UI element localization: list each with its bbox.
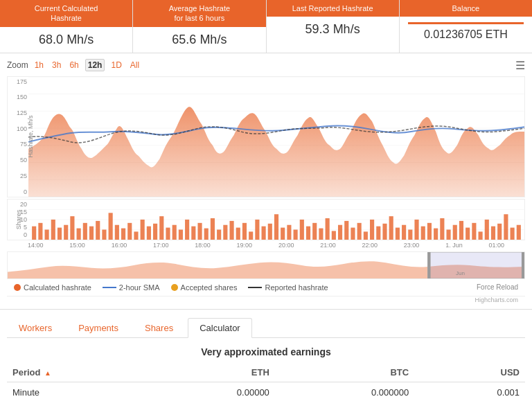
tab-shares[interactable]: Shares [133,318,185,338]
zoom-1d[interactable]: 1D [109,60,123,71]
svg-rect-83 [479,231,483,240]
svg-rect-74 [421,226,425,239]
svg-rect-71 [402,224,406,239]
svg-rect-16 [51,220,55,240]
svg-rect-57 [312,222,317,239]
reported-hashrate-line [248,287,262,288]
stat-value-0: 68.0 Mh/s [8,33,124,47]
svg-rect-78 [446,229,450,240]
svg-rect-76 [434,228,438,239]
zoom-3h[interactable]: 3h [50,60,63,71]
shares-bars [28,200,524,240]
legend-reported-hashrate: Reported hashrate [248,283,328,292]
svg-rect-72 [408,229,412,240]
svg-rect-40 [204,228,209,239]
svg-rect-67 [376,226,380,239]
svg-rect-41 [211,218,215,240]
svg-rect-59 [326,218,330,240]
stats-bar: Current CalculatedHashrate 68.0 Mh/sAver… [0,0,532,53]
svg-rect-20 [77,228,81,239]
svg-rect-36 [179,229,183,240]
force-reload-link[interactable]: Force Reload [477,283,518,291]
chart-controls: Zoom 1h 3h 6h 12h 1D All ☰ [7,59,525,72]
highcharts-credit: Highcharts.com [7,296,525,303]
svg-rect-24 [102,229,106,240]
earnings-table: Period ▲ ETH BTC USD Minute 0.00000 0.00… [7,363,525,399]
tab-payments[interactable]: Payments [66,318,130,338]
svg-rect-22 [89,226,94,239]
svg-rect-25 [109,213,113,240]
svg-rect-34 [166,227,170,239]
svg-rect-89 [517,224,521,239]
svg-rect-58 [319,228,323,239]
shares-chart-wrapper: 20 15 10 5 0 Shares [7,199,525,240]
chart-y-labels: 175 150 125 100 75 50 25 0 [8,77,28,197]
cell-period: Minute [7,382,150,399]
legend-accepted-shares: Accepted shares [171,283,238,292]
svg-rect-60 [332,231,336,240]
stat-value-2: 59.3 Mh/s [275,22,391,37]
svg-rect-31 [147,226,151,239]
tabs: Workers Payments Shares Calculator [7,318,525,338]
svg-rect-29 [134,231,138,240]
sma-line [103,287,116,288]
svg-rect-52 [281,227,285,239]
svg-rect-54 [294,229,298,240]
svg-rect-86 [497,223,502,239]
col-usd: USD [414,363,525,382]
svg-rect-15 [45,229,49,240]
svg-rect-81 [466,227,470,239]
svg-rect-44 [229,221,233,240]
svg-rect-13 [32,226,36,239]
tab-calculator[interactable]: Calculator [188,318,252,338]
svg-rect-56 [306,226,310,239]
tabs-section: Workers Payments Shares Calculator [0,310,532,338]
svg-rect-39 [197,222,202,239]
stat-title-3: Balance [400,0,532,17]
svg-rect-19 [70,216,74,240]
calculated-hashrate-dot [14,284,21,291]
zoom-all[interactable]: All [128,60,141,71]
zoom-6h[interactable]: 6h [67,60,80,71]
table-row: Minute 0.00000 0.000000 0.001 [7,382,525,399]
svg-rect-88 [511,227,515,239]
svg-rect-55 [300,220,304,240]
main-chart-wrapper: 175 150 125 100 75 50 25 0 [7,76,525,197]
col-period: Period ▲ [7,363,150,382]
svg-rect-87 [504,214,508,240]
svg-rect-68 [382,223,387,239]
svg-rect-91 [428,252,431,278]
svg-rect-66 [370,220,374,240]
svg-rect-50 [268,223,272,239]
svg-rect-46 [242,222,247,239]
svg-rect-28 [127,222,132,239]
hamburger-icon[interactable]: ☰ [515,59,525,72]
svg-rect-70 [396,227,400,239]
svg-rect-92 [522,252,524,278]
svg-rect-49 [262,226,266,239]
svg-rect-80 [459,221,463,240]
cell-eth: 0.00000 [150,382,275,399]
sort-icon[interactable]: ▲ [44,369,51,377]
tab-workers[interactable]: Workers [7,318,64,338]
col-eth: ETH [150,363,275,382]
stat-card-3: Balance 0.01236705 ETH [400,0,532,53]
svg-rect-17 [57,227,62,239]
zoom-12h[interactable]: 12h [85,59,105,71]
svg-rect-90 [428,252,524,278]
mini-navigator[interactable]: Jun [7,251,525,279]
svg-rect-82 [472,222,476,239]
svg-rect-77 [440,218,444,240]
svg-rect-23 [96,221,100,240]
svg-rect-64 [357,222,362,239]
svg-rect-61 [338,224,342,239]
stat-card-1: Average Hashratefor last 6 hours 65.6 Mh… [133,0,266,53]
svg-rect-35 [172,224,177,239]
svg-rect-79 [453,224,457,239]
time-axis: 14:00 15:00 16:00 17:00 18:00 19:00 20:0… [7,240,525,250]
svg-rect-63 [351,227,355,239]
main-chart-area [28,77,524,197]
svg-rect-62 [344,221,348,240]
zoom-1h[interactable]: 1h [33,60,46,71]
stat-card-2: Last Reported Hashrate 59.3 Mh/s [267,0,400,53]
